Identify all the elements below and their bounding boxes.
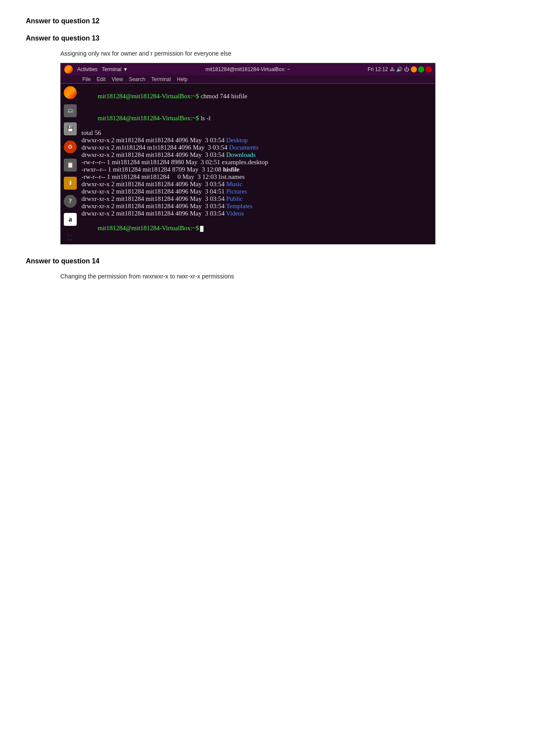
terminal-output: mit181284@mit181284-VirtualBox:~$ chmod … [80, 84, 435, 244]
terminal-line-2: mit181284@mit181284-VirtualBox:~$ ls -l [81, 107, 432, 129]
terminal-topbar: Activities Terminal ▼ mit181284@mit18128… [61, 63, 435, 75]
sidebar-firefox-icon[interactable] [64, 86, 77, 99]
terminal-menu-label[interactable]: Terminal ▼ [102, 66, 128, 72]
power-icon: ⏻ [404, 66, 409, 73]
topbar-clock: Fri 12:12 [368, 66, 388, 72]
terminal-line-7: -rw-r--r-- 1 mit181284 mit181284 8980 Ma… [81, 159, 432, 166]
q12-heading: Answer to question 12 [26, 17, 509, 25]
terminal-line-1: mit181284@mit181284-VirtualBox:~$ chmod … [81, 85, 432, 107]
network-icon: 🖧 [390, 66, 395, 73]
terminal-sidebar: 🗂 💾 ⚙ 📋 ⬇ ? a ······ [61, 84, 80, 244]
menu-help[interactable]: Help [177, 76, 188, 82]
q14-description: Changing the permission from rwxrwxr-x t… [60, 273, 509, 280]
terminal-line-8: -rwxr--r-- 1 mit181284 mit181284 8709 Ma… [81, 166, 432, 173]
terminal-line-12: drwxr-xr-x 2 mit181284 mit181284 4096 Ma… [81, 195, 432, 203]
terminal-line-5: drwxr-xr-x 2 m1t181284 m1t181284 4096 Ma… [81, 144, 432, 151]
close-button[interactable] [425, 66, 432, 72]
sidebar-settings-icon[interactable]: ⚙ [64, 141, 77, 153]
terminal-line-10: drwxr-xr-x 2 mit181284 mit181284 4096 Ma… [81, 181, 432, 188]
q13-heading: Answer to question 13 [26, 34, 509, 42]
firefox-icon [64, 65, 73, 74]
sidebar-folder-icon[interactable]: 🗂 [64, 104, 77, 117]
terminal-line-15: mit181284@mit181284-VirtualBox:~$ [81, 217, 432, 239]
q14-heading: Answer to question 14 [26, 257, 509, 265]
sidebar-notepad-icon[interactable]: 📋 [64, 159, 77, 172]
activities-label[interactable]: Activities [77, 66, 97, 72]
terminal-title: mit181284@mit181284-VirtualBox: ~ [128, 66, 368, 72]
sidebar-removable-icon[interactable]: 💾 [64, 122, 77, 135]
window-controls[interactable] [411, 66, 432, 72]
sidebar-help-icon[interactable]: ? [64, 195, 77, 208]
minimize-button[interactable] [411, 66, 417, 72]
terminal-line-3: total 56 [81, 129, 432, 137]
terminal-line-4: drwxr-xr-x 2 mit181284 mit181284 4096 Ma… [81, 137, 432, 144]
terminal-topbar-right: Fri 12:12 🖧 🔊 ⏻ [368, 66, 432, 73]
terminal-line-6: drwxr-xr-x 2 mit181284 mit181284 4096 Ma… [81, 151, 432, 159]
q13-description: Assigning only rwx for owner and r permi… [60, 50, 509, 57]
terminal-menubar: File Edit View Search Terminal Help [61, 75, 435, 84]
menu-terminal[interactable]: Terminal [151, 76, 171, 82]
menu-view[interactable]: View [112, 76, 123, 82]
volume-icon: 🔊 [396, 66, 403, 73]
terminal-window: Activities Terminal ▼ mit181284@mit18128… [60, 63, 435, 244]
terminal-line-11: drwxr-xr-x 2 mit181284 mit181284 4096 Ma… [81, 188, 432, 195]
menu-file[interactable]: File [82, 76, 91, 82]
terminal-line-13: drwxr-xr-x 2 mit181284 mit181284 4096 Ma… [81, 203, 432, 210]
sidebar-install-icon[interactable]: ⬇ [64, 177, 77, 190]
maximize-button[interactable] [418, 66, 424, 72]
terminal-line-9: -rw-r--r-- 1 mit181284 mit181284 0 May 3… [81, 173, 432, 181]
terminal-line-14: drwxr-xr-x 2 mit181284 mit181284 4096 Ma… [81, 210, 432, 217]
menu-search[interactable]: Search [129, 76, 145, 82]
menu-edit[interactable]: Edit [97, 76, 106, 82]
sidebar-dots-icon[interactable]: ······ [64, 231, 77, 244]
sidebar-a-icon[interactable]: a [64, 213, 77, 226]
topbar-icons: 🖧 🔊 ⏻ [390, 66, 409, 73]
terminal-topbar-left: Activities Terminal ▼ [64, 65, 128, 74]
